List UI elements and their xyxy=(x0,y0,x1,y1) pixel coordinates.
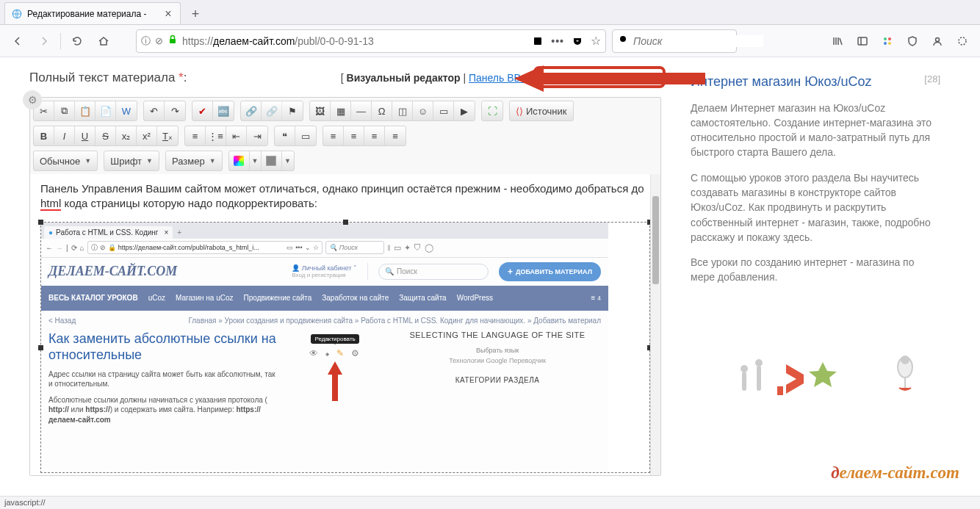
svg-point-30 xyxy=(901,356,909,364)
align-right-icon[interactable]: ≡ xyxy=(364,126,385,145)
italic-icon[interactable]: I xyxy=(54,126,75,145)
sidebar-icon[interactable] xyxy=(851,29,874,53)
svg-rect-23 xyxy=(742,372,746,391)
sidebar-title[interactable]: Интернет магазин Юкоз/uCoz xyxy=(691,73,940,90)
browser-toolbar: ⓘ ⊘ https://делаем-сайт.com/publ/0-0-0-9… xyxy=(0,25,980,57)
embedded-screenshot: ●Работа с HTML и CSS. Кодинг×+ ←→|⟳⌂ ⓘ⊘🔒… xyxy=(41,223,608,472)
home-button[interactable] xyxy=(92,29,115,53)
paste-text-icon[interactable]: 📄 xyxy=(96,101,116,120)
search-icon xyxy=(619,35,629,47)
image-icon[interactable]: 🖼 xyxy=(310,101,331,120)
align-left-icon[interactable]: ≡ xyxy=(323,126,344,145)
info-icon[interactable]: ⓘ xyxy=(141,35,151,48)
tab-close-icon[interactable]: × xyxy=(162,8,174,20)
bg-color-caret[interactable]: ▼ xyxy=(282,151,294,170)
decorative-graphics xyxy=(691,307,940,395)
annotation-arrow-icon xyxy=(514,62,713,95)
url-bar[interactable]: ⓘ ⊘ https://делаем-сайт.com/publ/0-0-0-9… xyxy=(136,29,606,53)
editor-scrollbar[interactable] xyxy=(650,174,660,475)
block-icon[interactable]: ⊘ xyxy=(155,35,163,46)
tab-title: Редактирование материала - xyxy=(27,9,162,19)
video-icon[interactable]: ▶ xyxy=(454,101,475,120)
undo-icon[interactable]: ↶ xyxy=(144,101,165,120)
search-input[interactable] xyxy=(633,35,763,47)
pocket-icon[interactable] xyxy=(569,32,586,50)
new-tab-button[interactable]: + xyxy=(185,4,206,24)
text-color-icon[interactable] xyxy=(229,151,250,170)
spoiler-icon[interactable]: ▭ xyxy=(433,101,454,120)
indent-icon[interactable]: ⇥ xyxy=(247,126,267,145)
strike-icon[interactable]: S xyxy=(96,126,116,145)
browser-search[interactable] xyxy=(612,29,737,53)
status-bar: javascript:// xyxy=(0,496,980,509)
reload-button[interactable] xyxy=(65,29,89,53)
numlist-icon[interactable]: ≡ xyxy=(185,126,206,145)
align-center-icon[interactable]: ≡ xyxy=(344,126,364,145)
font-select[interactable]: Шрифт▼ xyxy=(104,151,159,171)
smiley-icon[interactable]: ☺ xyxy=(413,101,433,120)
bulletlist-icon[interactable]: ⋮≡ xyxy=(206,126,226,145)
sidebar-text: Все уроки по созданию интернет - магазин… xyxy=(691,255,940,285)
reader-icon[interactable] xyxy=(529,32,547,50)
div-icon[interactable]: ▭ xyxy=(295,126,316,145)
svg-point-18 xyxy=(936,37,940,41)
iframe-icon[interactable]: ◫ xyxy=(392,101,413,120)
underline-icon[interactable]: U xyxy=(75,126,96,145)
svg-marker-21 xyxy=(328,361,342,401)
account-icon[interactable] xyxy=(926,29,949,53)
size-select[interactable]: Размер▼ xyxy=(165,151,223,171)
format-select[interactable]: Обычное▼ xyxy=(33,151,98,171)
shield-icon[interactable] xyxy=(901,29,924,53)
editor-body[interactable]: Панель Управления Вашим сайтом может отл… xyxy=(30,174,660,475)
svg-rect-2 xyxy=(534,37,541,45)
page-sidebar: [28] Интернет магазин Юкоз/uCoz Делаем И… xyxy=(661,71,940,496)
page-actions-icon[interactable]: ••• xyxy=(551,35,564,47)
bg-color-icon[interactable] xyxy=(262,151,282,170)
blockquote-icon[interactable]: ❝ xyxy=(275,126,295,145)
watermark-logo: делаем-сайт.com xyxy=(831,463,959,483)
back-button[interactable] xyxy=(6,29,29,53)
article-count: [28] xyxy=(924,73,940,84)
link-icon[interactable]: 🔗 xyxy=(241,101,262,120)
bold-icon[interactable]: B xyxy=(34,126,54,145)
source-button[interactable]: ⟨⟩Источник xyxy=(510,101,573,120)
url-text: https://делаем-сайт.com/publ/0-0-0-91-13 xyxy=(182,35,525,47)
editor-title: Полный текст материала *: xyxy=(29,71,187,85)
library-icon[interactable] xyxy=(826,29,849,53)
svg-marker-27 xyxy=(786,364,804,394)
outdent-icon[interactable]: ⇤ xyxy=(226,126,247,145)
redo-icon[interactable]: ↷ xyxy=(165,101,185,120)
svg-point-6 xyxy=(620,36,626,42)
forward-button[interactable] xyxy=(32,29,56,53)
browser-tab[interactable]: Редактирование материала - × xyxy=(4,2,181,24)
selected-image-frame[interactable]: ●Работа с HTML и CSS. Кодинг×+ ←→|⟳⌂ ⓘ⊘🔒… xyxy=(40,222,650,473)
align-justify-icon[interactable]: ≡ xyxy=(385,126,406,145)
copy-icon[interactable]: ⧉ xyxy=(54,101,75,120)
annotation-arrow-up-icon xyxy=(328,361,342,401)
extension-icon-1[interactable] xyxy=(876,29,899,53)
extension-icon-2[interactable] xyxy=(951,29,974,53)
anchor-icon[interactable]: ⚑ xyxy=(282,101,303,120)
paste-word-icon[interactable]: W xyxy=(116,101,137,120)
removeformat-icon[interactable]: Tₓ xyxy=(157,126,178,145)
svg-marker-20 xyxy=(514,65,705,92)
svg-point-15 xyxy=(888,37,891,40)
lock-icon xyxy=(167,35,178,47)
bookmark-star-icon[interactable]: ☆ xyxy=(591,34,601,48)
table-icon[interactable]: ▦ xyxy=(331,101,351,120)
hr-icon[interactable]: — xyxy=(351,101,372,120)
tab-visual[interactable]: Визуальный редактор xyxy=(347,72,461,84)
specialchar-icon[interactable]: Ω xyxy=(372,101,392,120)
unlink-icon[interactable]: 🔗 xyxy=(262,101,282,120)
find-replace-icon[interactable]: 🔤 xyxy=(213,101,234,120)
spellcheck-icon[interactable]: ✔ xyxy=(192,101,213,120)
superscript-icon[interactable]: x² xyxy=(137,126,157,145)
page-content: Полный текст материала *: [ Визуальный р… xyxy=(0,57,980,496)
gear-icon[interactable]: ⚙ xyxy=(23,90,42,109)
maximize-icon[interactable]: ⛶ xyxy=(482,101,502,120)
sidebar-text: Делаем Интернет магазин на Юкоз/uCoz сам… xyxy=(691,101,940,160)
text-color-caret[interactable]: ▼ xyxy=(250,151,262,170)
paste-icon[interactable]: 📋 xyxy=(75,101,96,120)
svg-marker-22 xyxy=(809,362,837,387)
subscript-icon[interactable]: x₂ xyxy=(116,126,137,145)
